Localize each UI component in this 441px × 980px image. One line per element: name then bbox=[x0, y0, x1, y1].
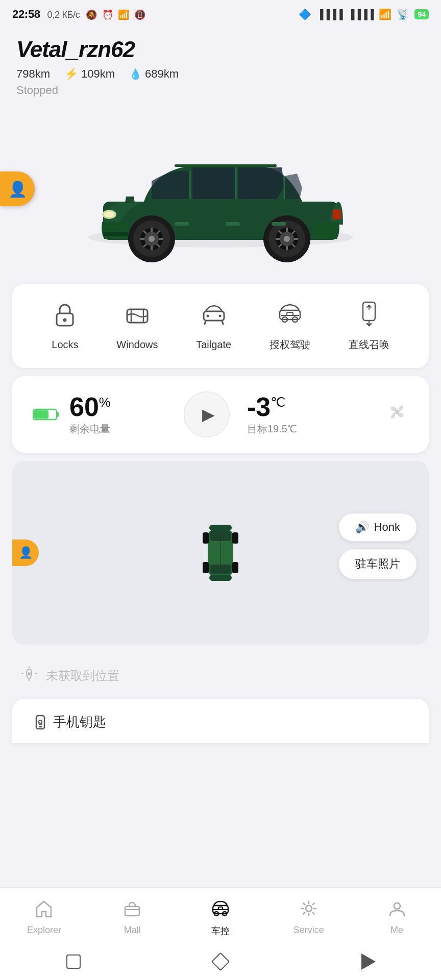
battery-section: 60% 剩余电量 bbox=[33, 394, 172, 436]
svg-rect-54 bbox=[57, 412, 59, 417]
controls-card: Locks Windows bbox=[12, 284, 429, 368]
phone-key-icon bbox=[33, 715, 48, 730]
signal-1-icon: ▐▐▐▐ bbox=[316, 9, 342, 20]
svg-rect-66 bbox=[209, 575, 232, 581]
svg-point-17 bbox=[149, 236, 155, 242]
fuel-range: 💧 689km bbox=[129, 67, 179, 81]
svg-point-76 bbox=[306, 905, 312, 912]
signal-2-icon: ▐▐▐▐ bbox=[348, 9, 374, 20]
nav-car-control[interactable]: 车控 bbox=[177, 888, 265, 943]
electric-range-value: 109km bbox=[81, 67, 115, 81]
car-side-view bbox=[72, 112, 369, 265]
svg-point-70 bbox=[39, 720, 42, 723]
control-authorized-drive[interactable]: 授权驾驶 bbox=[270, 300, 310, 352]
battery-label: 剩余电量 bbox=[69, 422, 111, 436]
parking-photo-label: 驻车照片 bbox=[355, 556, 400, 572]
svg-point-11 bbox=[104, 211, 114, 217]
svg-rect-51 bbox=[287, 312, 293, 315]
total-range-value: 798km bbox=[16, 67, 50, 81]
nav-explorer[interactable]: Explorer bbox=[0, 888, 88, 943]
control-windows[interactable]: Windows bbox=[116, 301, 158, 351]
control-summon[interactable]: 直线召唤 bbox=[349, 300, 389, 352]
windows-label: Windows bbox=[116, 339, 158, 351]
locks-icon bbox=[52, 301, 78, 332]
svg-rect-39 bbox=[175, 222, 189, 226]
wifi2-icon: 📡 bbox=[397, 8, 409, 20]
svg-rect-63 bbox=[232, 562, 238, 573]
svg-rect-65 bbox=[209, 525, 232, 531]
me-nav-icon bbox=[388, 899, 406, 921]
car-header: Vetal_rzn62 798km ⚡ 109km 💧 689km Stoppe… bbox=[0, 27, 441, 102]
svg-rect-40 bbox=[226, 222, 240, 226]
authorized-drive-icon bbox=[277, 300, 303, 331]
screen-lock-icon: 📵 bbox=[134, 10, 145, 20]
status-time: 22:58 bbox=[12, 8, 40, 20]
car-control-nav-label: 车控 bbox=[211, 925, 230, 937]
recents-icon bbox=[66, 954, 81, 969]
svg-rect-12 bbox=[333, 209, 341, 219]
battery-climate-card: 60% 剩余电量 ▶ -3℃ 目标19.5℃ bbox=[12, 376, 429, 453]
alarm-icon: ⏰ bbox=[102, 10, 113, 20]
svg-rect-5 bbox=[175, 164, 277, 167]
status-right-icons: 🔷 ▐▐▐▐ ▐▐▐▐ 📶 📡 94 bbox=[299, 8, 429, 20]
service-nav-icon bbox=[300, 899, 318, 921]
nav-service[interactable]: Service bbox=[264, 888, 353, 943]
sys-recents-button[interactable] bbox=[60, 948, 87, 975]
person-icon: 👤 bbox=[8, 180, 27, 198]
sys-home-button[interactable] bbox=[207, 948, 234, 975]
svg-point-30 bbox=[284, 236, 290, 242]
climate-toggle-button[interactable]: ▶ bbox=[184, 391, 230, 437]
electric-range: ⚡ 109km bbox=[64, 67, 115, 81]
map-float-button[interactable]: 👤 bbox=[12, 540, 39, 566]
control-locks[interactable]: Locks bbox=[52, 301, 78, 351]
svg-point-67 bbox=[28, 672, 31, 675]
partial-card-title: 手机钥匙 bbox=[33, 713, 408, 731]
main-content: Vetal_rzn62 798km ⚡ 109km 💧 689km Stoppe… bbox=[0, 27, 441, 804]
nav-mall[interactable]: Mall bbox=[88, 888, 177, 943]
fan-button[interactable] bbox=[386, 401, 408, 428]
status-time-network: 22:58 0,2 КБ/с 🔕 ⏰ 📶 📵 bbox=[12, 8, 145, 21]
svg-rect-9 bbox=[103, 232, 129, 236]
play-icon: ▶ bbox=[202, 405, 215, 424]
partial-next-card: 手机钥匙 bbox=[12, 699, 429, 743]
map-float-icon: 👤 bbox=[19, 546, 33, 559]
mall-nav-icon bbox=[123, 899, 141, 921]
mall-nav-label: Mall bbox=[124, 925, 141, 936]
app-nav: Explorer Mall bbox=[0, 887, 441, 943]
map-card: 👤 bbox=[12, 461, 429, 645]
battery-icon bbox=[33, 402, 59, 427]
system-nav-bar bbox=[0, 943, 441, 980]
svg-rect-41 bbox=[272, 222, 286, 226]
svg-point-43 bbox=[63, 318, 67, 322]
svg-point-47 bbox=[218, 315, 221, 317]
parking-photo-button[interactable]: 驻车照片 bbox=[339, 549, 416, 579]
tailgate-icon bbox=[201, 301, 227, 332]
svg-rect-55 bbox=[34, 410, 48, 419]
service-nav-label: Service bbox=[293, 925, 324, 936]
nav-me[interactable]: Me bbox=[353, 888, 441, 943]
car-control-nav-icon bbox=[211, 898, 230, 921]
location-placeholder: 未获取到位置 bbox=[46, 668, 119, 684]
locks-label: Locks bbox=[52, 339, 78, 351]
control-tailgate[interactable]: Tailgate bbox=[196, 301, 231, 351]
wifi-icon: 📶 bbox=[379, 8, 391, 20]
battery-percentage: 60% bbox=[69, 394, 111, 420]
svg-rect-71 bbox=[125, 906, 139, 916]
back-icon bbox=[361, 953, 376, 970]
svg-rect-61 bbox=[232, 532, 238, 544]
car-status: Stopped bbox=[16, 84, 425, 97]
svg-rect-75 bbox=[218, 907, 223, 910]
sys-back-button[interactable] bbox=[354, 948, 381, 975]
honk-button[interactable]: 🔊 Honk bbox=[339, 513, 416, 541]
fuel-range-value: 689km bbox=[145, 67, 179, 81]
windows-icon bbox=[124, 301, 151, 332]
summon-icon bbox=[356, 300, 382, 331]
svg-rect-60 bbox=[203, 532, 209, 544]
climate-section: -3℃ 目标19.5℃ bbox=[242, 394, 386, 436]
nfc-icon: 📶 bbox=[118, 10, 129, 20]
me-nav-label: Me bbox=[390, 925, 403, 936]
left-float-button[interactable]: 👤 bbox=[0, 172, 35, 206]
total-range: 798km bbox=[16, 67, 50, 81]
svg-point-46 bbox=[206, 315, 209, 317]
honk-label: Honk bbox=[374, 521, 400, 534]
